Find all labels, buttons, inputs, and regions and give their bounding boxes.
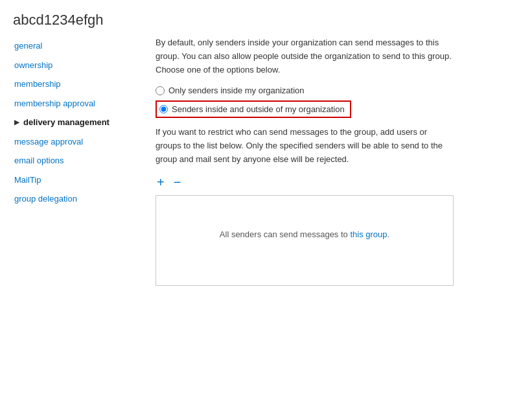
sidebar-item-mailtip[interactable]: MailTip xyxy=(13,170,143,190)
radio-inside[interactable] xyxy=(156,86,165,95)
sidebar: generalownershipmembershipmembership app… xyxy=(0,36,149,305)
senders-empty-message: All senders can send messages to this gr… xyxy=(165,229,444,239)
remove-sender-button[interactable]: − xyxy=(172,176,183,189)
sidebar-item-message-approval[interactable]: message approval xyxy=(13,132,143,152)
sidebar-item-label: membership approval xyxy=(14,97,95,110)
sidebar-item-label: membership xyxy=(14,78,61,91)
sidebar-item-label: delivery management xyxy=(23,116,110,129)
add-sender-button[interactable]: + xyxy=(156,176,166,189)
radio-outside-label[interactable]: Senders inside and outside of my organiz… xyxy=(172,104,345,114)
sidebar-item-label: general xyxy=(14,40,42,53)
radio-option-1[interactable]: Only senders inside my organization xyxy=(156,86,513,95)
sidebar-item-ownership[interactable]: ownership xyxy=(13,56,143,75)
sidebar-item-label: group delegation xyxy=(14,193,77,205)
sidebar-item-label: message approval xyxy=(14,135,83,148)
arrow-icon: ▶ xyxy=(14,117,19,127)
sidebar-item-label: ownership xyxy=(14,59,52,72)
sidebar-item-label: email options xyxy=(14,154,64,167)
sidebar-item-label: MailTip xyxy=(14,174,41,187)
description-text: By default, only senders inside your org… xyxy=(156,36,454,76)
sidebar-item-general[interactable]: general xyxy=(13,36,143,56)
group-link: this group xyxy=(350,229,387,239)
sidebar-item-email-options[interactable]: email options xyxy=(13,151,143,170)
page-title: abcd1234efgh xyxy=(0,0,532,36)
main-content: By default, only senders inside your org… xyxy=(149,36,532,305)
radio-inside-label[interactable]: Only senders inside my organization xyxy=(168,86,305,95)
toolbar: + − xyxy=(156,176,513,189)
sidebar-item-membership[interactable]: membership xyxy=(13,75,143,94)
sidebar-item-group-delegation[interactable]: group delegation xyxy=(13,189,143,209)
sidebar-item-membership-approval[interactable]: membership approval xyxy=(13,94,143,113)
sidebar-item-delivery-management[interactable]: ▶delivery management xyxy=(13,113,143,132)
senders-box: All senders can send messages to this gr… xyxy=(156,195,454,286)
restriction-text: If you want to restrict who can send mes… xyxy=(156,126,454,166)
radio-outside[interactable] xyxy=(159,105,168,113)
radio-option-2-highlighted[interactable]: Senders inside and outside of my organiz… xyxy=(156,100,351,118)
